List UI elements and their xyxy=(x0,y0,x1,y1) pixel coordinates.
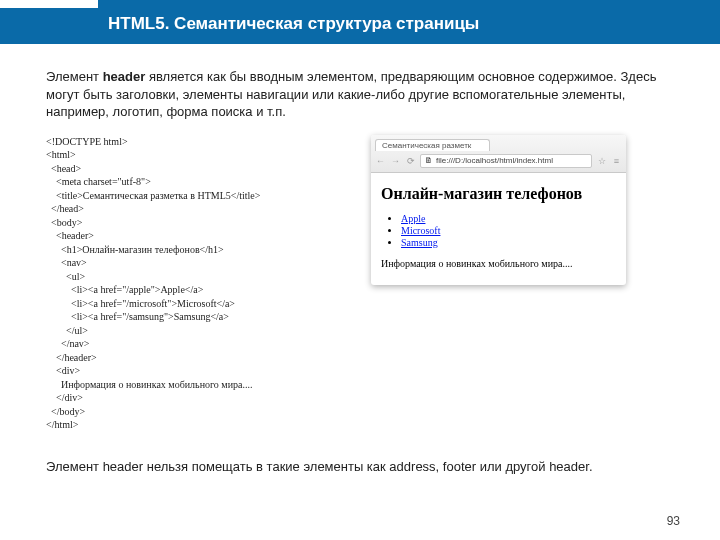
browser-chrome: Семантическая разметк ← → ⟳ 🗎 file:///D:… xyxy=(371,135,626,173)
rendered-page: Онлайн-магазин телефонов Apple Microsoft… xyxy=(371,173,626,285)
tabs-row: Семантическая разметк xyxy=(375,137,622,151)
star-icon[interactable]: ☆ xyxy=(596,155,607,166)
rendered-nav-list: Apple Microsoft Samsung xyxy=(387,213,616,248)
title-banner: HTML5. Семантическая структура страницы xyxy=(0,0,720,54)
intro-bold: header xyxy=(103,69,146,84)
rendered-heading: Онлайн-магазин телефонов xyxy=(381,185,616,203)
forward-icon[interactable]: → xyxy=(390,155,401,166)
intro-paragraph: Элемент header является как бы вводным э… xyxy=(46,68,674,121)
back-icon[interactable]: ← xyxy=(375,155,386,166)
browser-tab[interactable]: Семантическая разметк xyxy=(375,139,490,151)
outro-paragraph: Элемент header нельзя помещать в такие э… xyxy=(46,458,674,476)
slide-title: HTML5. Семантическая структура страницы xyxy=(108,14,479,34)
link-microsoft[interactable]: Microsoft xyxy=(401,225,616,236)
tab-title: Семантическая разметк xyxy=(382,141,471,150)
banner-stripe xyxy=(98,0,720,8)
browser-window: Семантическая разметк ← → ⟳ 🗎 file:///D:… xyxy=(371,135,626,285)
banner-notch xyxy=(0,0,98,8)
address-bar[interactable]: 🗎 file:///D:/localhost/html/index.html xyxy=(420,154,592,168)
code-listing: <!DOCTYPE html> <html> <head> <meta char… xyxy=(46,135,346,432)
document-icon: 🗎 xyxy=(425,156,433,165)
rendered-paragraph: Информация о новинках мобильного мира...… xyxy=(381,258,616,269)
intro-prefix: Элемент xyxy=(46,69,103,84)
url-text: file:///D:/localhost/html/index.html xyxy=(436,156,553,165)
reload-icon[interactable]: ⟳ xyxy=(405,155,416,166)
menu-icon[interactable]: ≡ xyxy=(611,155,622,166)
link-samsung[interactable]: Samsung xyxy=(401,237,616,248)
link-apple[interactable]: Apple xyxy=(401,213,616,224)
page-number: 93 xyxy=(667,514,680,528)
